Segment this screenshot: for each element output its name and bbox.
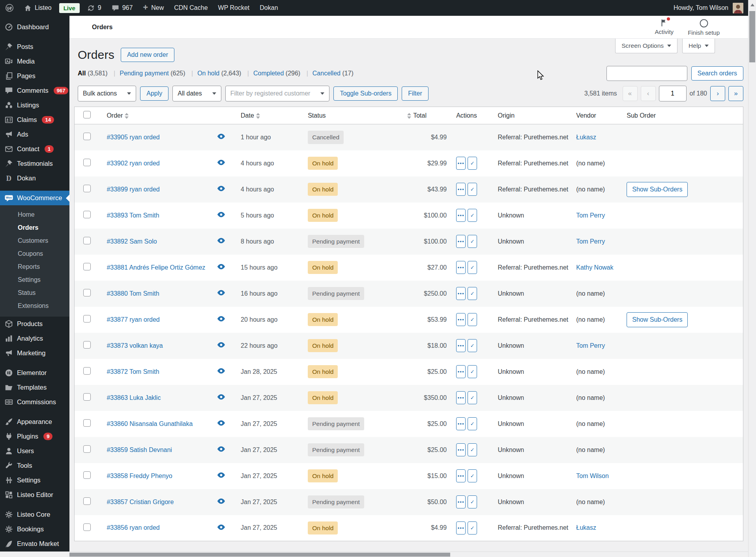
order-link[interactable]: #33899 ryan orded (107, 186, 159, 193)
order-link[interactable]: #33863 Luka Jaklic (107, 394, 161, 401)
sidebar-item-tools[interactable]: Tools (0, 458, 69, 473)
order-link[interactable]: #33857 Cristian Grigore (107, 499, 174, 505)
order-preview-actions-button[interactable]: ●●● (456, 443, 466, 456)
sidebar-item-appearance[interactable]: Appearance (0, 414, 69, 429)
order-link[interactable]: #33872 Tom Smith (107, 368, 159, 375)
order-preview-actions-button[interactable]: ●●● (456, 365, 466, 378)
sidebar-item-elementor[interactable]: Elementor (0, 366, 69, 380)
dates-filter-select[interactable]: All dates (172, 86, 221, 101)
order-preview-actions-button[interactable]: ●●● (456, 495, 466, 508)
horizontal-scrollbar-thumb[interactable] (69, 553, 450, 557)
sidebar-subitem-settings[interactable]: Settings (0, 273, 69, 286)
row-checkbox[interactable] (83, 497, 91, 505)
row-checkbox[interactable] (83, 393, 91, 401)
sidebar-subitem-coupons[interactable]: Coupons (0, 247, 69, 260)
row-checkbox[interactable] (83, 185, 91, 192)
preview-eye-icon[interactable] (217, 444, 226, 454)
toggle-sub-orders-button[interactable]: Toggle Sub-orders (333, 86, 398, 101)
order-link[interactable]: #33873 volkan kaya (107, 342, 163, 349)
vendor-link[interactable]: Łukasz (576, 524, 596, 531)
order-complete-button[interactable]: ✓ (468, 209, 477, 222)
order-complete-button[interactable]: ✓ (468, 313, 477, 326)
sidebar-subitem-extensions[interactable]: Extensions (0, 299, 69, 312)
order-complete-button[interactable]: ✓ (468, 157, 477, 170)
order-complete-button[interactable]: ✓ (468, 287, 477, 300)
order-complete-button[interactable]: ✓ (468, 261, 477, 274)
sidebar-item-listings[interactable]: Listings (0, 98, 69, 113)
order-complete-button[interactable]: ✓ (468, 417, 477, 430)
vertical-scrollbar-thumb[interactable] (749, 11, 755, 62)
sidebar-subitem-customers[interactable]: Customers (0, 234, 69, 247)
row-checkbox[interactable] (83, 341, 91, 349)
row-checkbox[interactable] (83, 315, 91, 323)
sidebar-item-dashboard[interactable]: Dashboard (0, 20, 69, 34)
filter-button[interactable]: Filter (402, 86, 429, 101)
bulk-actions-select[interactable]: Bulk actions (78, 86, 136, 101)
preview-eye-icon[interactable] (217, 184, 226, 193)
sidebar-item-claims[interactable]: Claims 14 (0, 113, 69, 127)
vendor-link[interactable]: Tom Wilson (576, 473, 609, 479)
row-checkbox[interactable] (83, 419, 91, 427)
row-checkbox[interactable] (83, 289, 91, 296)
order-complete-button[interactable]: ✓ (468, 365, 477, 378)
sidebar-subitem-status[interactable]: Status (0, 286, 69, 299)
order-preview-actions-button[interactable]: ●●● (456, 261, 466, 274)
sidebar-subitem-home[interactable]: Home (0, 208, 69, 221)
sidebar-item-ads[interactable]: Ads (0, 127, 69, 142)
row-checkbox[interactable] (83, 445, 91, 453)
prev-page-button[interactable]: ‹ (641, 86, 656, 101)
apply-button[interactable]: Apply (140, 86, 168, 101)
order-complete-button[interactable]: ✓ (468, 521, 477, 534)
vendor-link[interactable]: Kathy Nowak (576, 264, 613, 271)
order-link[interactable]: #33860 Nisansala Gunathilaka (107, 420, 193, 427)
order-link[interactable]: #33893 Tom Smith (107, 212, 159, 219)
preview-eye-icon[interactable] (217, 236, 226, 245)
preview-eye-icon[interactable] (217, 158, 226, 167)
avatar[interactable] (733, 3, 743, 13)
next-page-button[interactable]: › (710, 86, 725, 101)
sidebar-item-posts[interactable]: Posts (0, 39, 69, 54)
vendor-link[interactable]: Tom Perry (576, 342, 605, 349)
order-preview-actions-button[interactable]: ●●● (456, 235, 466, 248)
sidebar-item-products[interactable]: Products (0, 317, 69, 331)
search-orders-button[interactable]: Search orders (691, 66, 744, 81)
preview-eye-icon[interactable] (217, 497, 226, 506)
first-page-button[interactable]: « (623, 86, 638, 101)
current-page-input[interactable] (659, 86, 687, 101)
wp-rocket-menu[interactable]: WP Rocket (213, 0, 255, 16)
preview-eye-icon[interactable] (217, 471, 226, 480)
add-new-order-button[interactable]: Add new order (121, 48, 174, 62)
sidebar-item-users[interactable]: Users (0, 444, 69, 458)
sidebar-item-plugins[interactable]: Plugins 9 (0, 429, 69, 444)
row-checkbox[interactable] (83, 159, 91, 166)
row-checkbox[interactable] (83, 237, 91, 244)
order-link[interactable]: #33858 Freddy Phenyo (107, 473, 172, 479)
sidebar-item-woocommerce[interactable]: WooCommerce (0, 191, 69, 205)
order-preview-actions-button[interactable]: ●●● (456, 339, 466, 352)
sidebar-item-envato-market[interactable]: Envato Market (0, 536, 69, 551)
sidebar-item-analytics[interactable]: Analytics (0, 331, 69, 346)
preview-eye-icon[interactable] (217, 523, 226, 532)
sidebar-item-listeo-editor[interactable]: Listeo Editor (0, 488, 69, 502)
row-checkbox[interactable] (83, 263, 91, 270)
sidebar-item-media[interactable]: Media (0, 54, 69, 69)
order-preview-actions-button[interactable]: ●●● (456, 183, 466, 196)
new-content-menu[interactable]: + New (138, 0, 169, 16)
preview-eye-icon[interactable] (217, 340, 226, 349)
sidebar-item-contact[interactable]: Contact 1 (0, 142, 69, 156)
scroll-up-arrow-icon[interactable] (750, 4, 754, 6)
finish-setup-button[interactable]: Finish setup (688, 19, 720, 36)
order-complete-button[interactable]: ✓ (468, 443, 477, 456)
sidebar-item-comments[interactable]: Comments 967 (0, 83, 69, 98)
preview-eye-icon[interactable] (217, 210, 226, 219)
sidebar-item-templates[interactable]: Templates (0, 380, 69, 395)
customer-filter-select[interactable]: Filter by registered customer (225, 86, 330, 101)
order-preview-actions-button[interactable]: ●●● (456, 157, 466, 170)
show-sub-orders-button[interactable]: Show Sub-Orders (627, 182, 688, 197)
order-link[interactable]: #33859 Satish Devnani (107, 446, 172, 453)
preview-eye-icon[interactable] (217, 366, 226, 375)
cdn-cache-menu[interactable]: CDN Cache (169, 0, 213, 16)
column-header-date[interactable]: Date (236, 107, 300, 124)
last-page-button[interactable]: » (728, 86, 743, 101)
sidebar-item-bookings[interactable]: Bookings (0, 522, 69, 536)
